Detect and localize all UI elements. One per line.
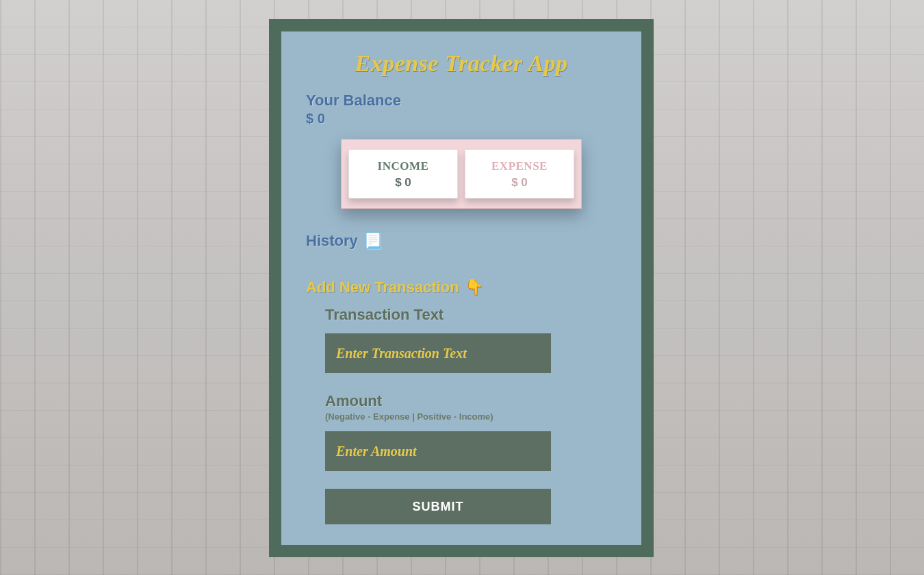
amount-label: Amount bbox=[325, 392, 617, 410]
transaction-form: Transaction Text Amount (Negative - Expe… bbox=[306, 306, 617, 524]
add-transaction-heading: Add New Transaction 👇 bbox=[306, 279, 617, 296]
balance-amount: $ 0 bbox=[306, 111, 617, 127]
expense-box: EXPENSE $ 0 bbox=[465, 149, 574, 199]
history-heading-text: History bbox=[306, 232, 358, 250]
expense-value: $ 0 bbox=[470, 176, 569, 190]
income-value: $ 0 bbox=[353, 176, 453, 190]
add-transaction-heading-text: Add New Transaction bbox=[306, 279, 459, 296]
income-expense-card: INCOME $ 0 EXPENSE $ 0 bbox=[341, 139, 582, 209]
app-panel: Expense Tracker App Your Balance $ 0 INC… bbox=[281, 31, 641, 545]
scroll-icon: 📃 bbox=[363, 232, 382, 250]
transaction-text-label: Transaction Text bbox=[325, 306, 617, 324]
expense-label: EXPENSE bbox=[470, 159, 569, 173]
point-down-icon: 👇 bbox=[465, 279, 483, 296]
transaction-text-input[interactable] bbox=[325, 333, 551, 373]
income-box: INCOME $ 0 bbox=[348, 149, 458, 199]
amount-sublabel: (Negative - Expense | Positive - Income) bbox=[325, 411, 617, 422]
history-heading: History 📃 bbox=[306, 232, 617, 250]
balance-label: Your Balance bbox=[306, 92, 617, 110]
submit-button[interactable]: SUBMIT bbox=[325, 489, 551, 524]
app-title: Expense Tracker App bbox=[306, 51, 617, 77]
income-label: INCOME bbox=[353, 159, 453, 173]
amount-input[interactable] bbox=[325, 431, 551, 471]
app-frame: Expense Tracker App Your Balance $ 0 INC… bbox=[269, 19, 654, 557]
